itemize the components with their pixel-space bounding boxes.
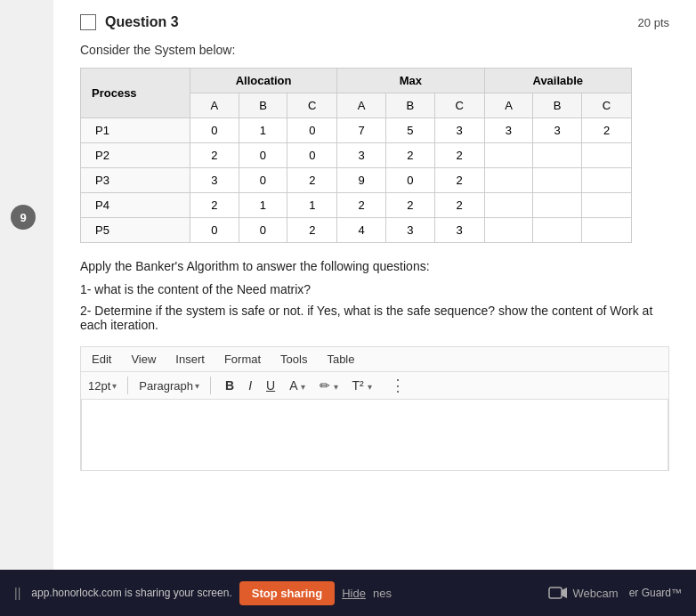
alloc-b-header: B bbox=[239, 93, 287, 118]
avail-cell bbox=[484, 193, 533, 218]
paragraph-group: Paragraph ▾ bbox=[139, 379, 199, 393]
max-a-header: A bbox=[337, 93, 386, 118]
table-header-row-1: Process Allocation Max Available bbox=[81, 69, 632, 93]
avail-cell: 2 bbox=[582, 118, 632, 143]
process-cell: P1 bbox=[81, 118, 190, 143]
question-2: 2- Determine if the system is safe or no… bbox=[80, 304, 669, 332]
highlight-label: ✏ bbox=[320, 378, 330, 393]
superscript-button[interactable]: T² ▾ bbox=[349, 377, 376, 394]
max-cell: 0 bbox=[385, 168, 434, 193]
font-color-label: A bbox=[289, 378, 297, 393]
paragraph-chevron: ▾ bbox=[195, 381, 199, 391]
max-cell: 9 bbox=[337, 168, 386, 193]
avail-cell bbox=[533, 218, 582, 243]
menu-edit[interactable]: Edit bbox=[88, 351, 115, 368]
italic-button[interactable]: I bbox=[245, 377, 255, 394]
menu-table[interactable]: Table bbox=[323, 351, 358, 368]
available-header: Available bbox=[484, 69, 631, 93]
step-indicator: 9 bbox=[11, 205, 36, 230]
table-row: P5002433 bbox=[81, 218, 632, 243]
highlight-button[interactable]: ✏ ▾ bbox=[316, 377, 342, 394]
toolbar: 12pt ▾ Paragraph ▾ B I U A ▾ ✏ ▾ bbox=[81, 372, 668, 400]
avail-cell bbox=[484, 143, 533, 168]
question-1: 1- what is the content of the Need matri… bbox=[80, 282, 669, 296]
webcam-button[interactable]: Webcam bbox=[548, 586, 619, 600]
max-header: Max bbox=[337, 69, 484, 93]
highlight-chevron: ▾ bbox=[334, 382, 338, 392]
avail-cell bbox=[484, 218, 533, 243]
process-cell: P3 bbox=[81, 168, 190, 193]
table-row: P1010753332 bbox=[81, 118, 632, 143]
underline-button[interactable]: U bbox=[263, 377, 279, 394]
checkbox-icon[interactable] bbox=[80, 14, 96, 30]
alloc-cell: 0 bbox=[239, 218, 287, 243]
max-c-header: C bbox=[434, 93, 484, 118]
question-title: Question 3 bbox=[105, 14, 179, 30]
alloc-cell: 2 bbox=[190, 193, 239, 218]
svg-marker-1 bbox=[562, 588, 567, 598]
color-chevron: ▾ bbox=[301, 382, 305, 392]
avail-b-header: B bbox=[533, 93, 582, 118]
max-cell: 3 bbox=[434, 118, 484, 143]
allocation-header: Allocation bbox=[190, 69, 336, 93]
toolbar-separator-2 bbox=[210, 377, 211, 394]
alloc-cell: 2 bbox=[287, 218, 337, 243]
avail-c-header: C bbox=[582, 93, 632, 118]
max-cell: 2 bbox=[385, 143, 434, 168]
editor-section: Edit View Insert Format Tools Table 12pt… bbox=[80, 346, 669, 471]
hide-button[interactable]: Hide bbox=[342, 587, 366, 600]
consider-text: Consider the System below: bbox=[80, 43, 669, 57]
alloc-cell: 0 bbox=[190, 118, 239, 143]
pipe-indicator: || bbox=[14, 586, 20, 600]
menu-view[interactable]: View bbox=[127, 351, 159, 368]
table-row: P3302902 bbox=[81, 168, 632, 193]
notifications-label: nes bbox=[373, 587, 392, 600]
more-options-button[interactable]: ⋮ bbox=[390, 376, 406, 395]
max-cell: 3 bbox=[337, 143, 386, 168]
paragraph-dropdown[interactable]: Paragraph ▾ bbox=[139, 379, 199, 393]
font-size-group: 12pt ▾ bbox=[88, 379, 117, 393]
svg-rect-0 bbox=[549, 588, 562, 598]
table-row: P2200322 bbox=[81, 143, 632, 168]
avail-cell bbox=[533, 143, 582, 168]
font-size-chevron: ▾ bbox=[112, 381, 117, 391]
alloc-c-header: C bbox=[287, 93, 337, 118]
max-cell: 7 bbox=[337, 118, 386, 143]
bottom-right-items: Webcam er Guard™ bbox=[548, 586, 682, 600]
avail-cell bbox=[533, 168, 582, 193]
bold-button[interactable]: B bbox=[222, 377, 238, 394]
pts-label: 20 pts bbox=[638, 16, 669, 29]
table-row: P4211222 bbox=[81, 193, 632, 218]
er-guard-label: er Guard™ bbox=[629, 587, 682, 599]
process-cell: P5 bbox=[81, 218, 190, 243]
max-b-header: B bbox=[385, 93, 434, 118]
menu-tools[interactable]: Tools bbox=[277, 351, 311, 368]
toolbar-separator-1 bbox=[127, 377, 128, 394]
alloc-cell: 0 bbox=[190, 218, 239, 243]
main-content: Question 3 20 pts Consider the System be… bbox=[53, 0, 696, 570]
menu-insert[interactable]: Insert bbox=[172, 351, 208, 368]
superscript-label: T² bbox=[352, 378, 364, 393]
alloc-cell: 3 bbox=[190, 168, 239, 193]
max-cell: 2 bbox=[385, 193, 434, 218]
left-sidebar: 9 bbox=[0, 0, 52, 570]
stop-sharing-button[interactable]: Stop sharing bbox=[239, 581, 335, 605]
bottom-bar-left: || app.honorlock.com is sharing your scr… bbox=[14, 581, 538, 605]
process-cell: P2 bbox=[81, 143, 190, 168]
menu-format[interactable]: Format bbox=[221, 351, 264, 368]
avail-cell bbox=[582, 193, 632, 218]
max-cell: 3 bbox=[434, 218, 484, 243]
avail-cell bbox=[582, 143, 632, 168]
editor-body[interactable] bbox=[81, 400, 668, 471]
font-color-button[interactable]: A ▾ bbox=[286, 377, 308, 394]
superscript-chevron: ▾ bbox=[368, 382, 372, 392]
alloc-a-header: A bbox=[190, 93, 239, 118]
font-size-dropdown[interactable]: 12pt ▾ bbox=[88, 379, 117, 393]
max-cell: 3 bbox=[385, 218, 434, 243]
avail-cell bbox=[484, 168, 533, 193]
avail-a-header: A bbox=[484, 93, 533, 118]
alloc-cell: 1 bbox=[239, 193, 287, 218]
bottom-bar: || app.honorlock.com is sharing your scr… bbox=[0, 570, 696, 616]
alloc-cell: 1 bbox=[287, 193, 337, 218]
avail-cell bbox=[582, 168, 632, 193]
